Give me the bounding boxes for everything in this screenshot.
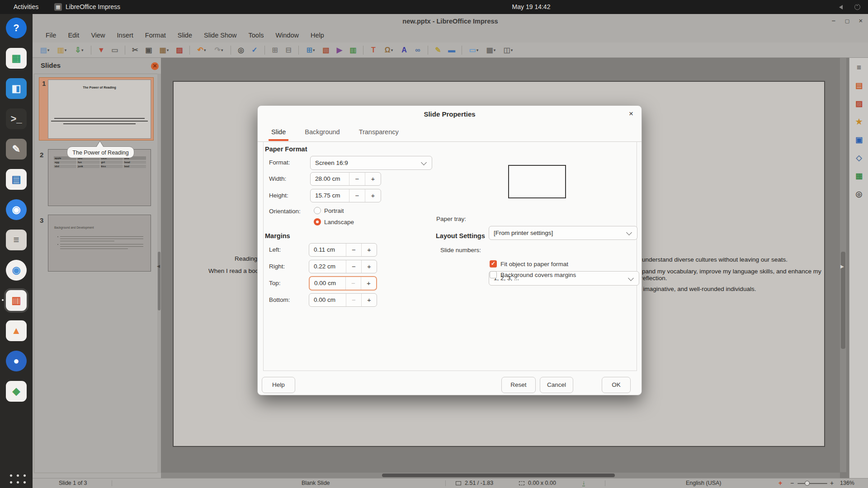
shapes-icon[interactable]: ◇: [853, 152, 865, 164]
save-status-icon[interactable]: ↓: [582, 479, 585, 486]
help-button[interactable]: Help: [262, 377, 295, 393]
separator-icon[interactable]: [264, 46, 265, 55]
zoom-in-button[interactable]: +: [830, 479, 834, 488]
margin-left-spinner[interactable]: 0.11 cm − +: [309, 243, 377, 257]
width-spinner[interactable]: 28.00 cm − +: [310, 172, 381, 186]
separator-icon[interactable]: [231, 46, 231, 55]
slide-transition-icon[interactable]: ▨: [853, 98, 865, 109]
close-button[interactable]: ×: [854, 14, 867, 28]
print-icon[interactable]: ▭: [109, 44, 121, 56]
separator-icon[interactable]: [428, 46, 428, 55]
separator-icon[interactable]: [462, 46, 462, 55]
fit-slide-icon[interactable]: +: [778, 479, 782, 488]
snap-to-grid-icon[interactable]: ⊟: [283, 44, 294, 56]
width-decrement-button[interactable]: −: [349, 173, 365, 185]
insert-fontwork-icon[interactable]: A: [398, 44, 410, 56]
layout-name[interactable]: Blank Slide: [302, 479, 330, 488]
insert-table-icon[interactable]: ⊞: [303, 44, 318, 56]
height-increment-button[interactable]: +: [365, 189, 381, 202]
height-spinner[interactable]: 15.75 cm − +: [310, 189, 381, 202]
vlc-icon[interactable]: ▲: [6, 320, 27, 341]
zoom-level[interactable]: 136%: [840, 479, 854, 488]
open-file-icon[interactable]: ▥: [54, 44, 70, 56]
dialog-close-icon[interactable]: ×: [626, 109, 636, 119]
zoom-out-button[interactable]: −: [790, 479, 794, 488]
gallery-icon[interactable]: ▦: [853, 170, 865, 182]
spelling-icon[interactable]: ✓: [249, 44, 260, 56]
close-panel-icon[interactable]: ✕: [151, 62, 159, 70]
properties-icon[interactable]: ▤: [853, 80, 865, 91]
margin-right-decrement-button[interactable]: −: [346, 260, 361, 273]
insert-audio-video-icon[interactable]: ▶: [334, 44, 345, 56]
separator-icon[interactable]: [125, 46, 125, 55]
panel-scrollbar-thumb[interactable]: [158, 252, 160, 310]
display-views-icon[interactable]: ◫: [500, 44, 516, 56]
undo-icon[interactable]: ↶: [194, 44, 209, 56]
landscape-radio[interactable]: [314, 218, 321, 225]
fit-object-checkbox[interactable]: [490, 260, 497, 267]
help-icon[interactable]: ?: [6, 18, 27, 38]
new-presentation-icon[interactable]: ▤: [37, 44, 52, 56]
height-value[interactable]: 15.75 cm: [311, 189, 349, 202]
margin-top-value[interactable]: 0.00 cm: [310, 277, 345, 290]
width-value[interactable]: 28.00 cm: [311, 173, 349, 185]
zoom-slider-knob[interactable]: [805, 481, 810, 486]
navigator-icon[interactable]: ◎: [853, 188, 865, 200]
paste-icon[interactable]: ▦: [156, 44, 172, 56]
animation-icon[interactable]: ★: [853, 116, 865, 127]
margin-bottom-value[interactable]: 0.00 cm: [309, 294, 346, 306]
margin-bottom-increment-button[interactable]: +: [361, 294, 377, 306]
menu-item[interactable]: Slide: [172, 28, 198, 42]
insert-image-icon[interactable]: ▧: [320, 44, 332, 56]
redo-icon[interactable]: ↷: [211, 44, 226, 56]
height-decrement-button[interactable]: −: [349, 189, 365, 202]
cut-icon[interactable]: ✂: [129, 44, 141, 56]
ok-button[interactable]: OK: [602, 377, 631, 393]
margin-top-spinner-focused[interactable]: 0.00 cm − +: [309, 276, 377, 291]
tab-slide[interactable]: Slide: [269, 127, 288, 141]
horizontal-scrollbar-thumb[interactable]: [382, 474, 615, 477]
chrome-icon[interactable]: ◉: [6, 260, 27, 281]
clock[interactable]: May 19 14:42: [500, 0, 563, 14]
master-slides-icon[interactable]: ▣: [853, 134, 865, 145]
margin-top-increment-button[interactable]: +: [361, 277, 376, 290]
margin-top-decrement-button[interactable]: −: [345, 277, 361, 290]
clone-formatting-icon[interactable]: ▨: [174, 44, 185, 56]
maximize-button[interactable]: ▢: [841, 14, 854, 28]
gimp-icon[interactable]: ✎: [6, 139, 27, 160]
basic-shapes-icon[interactable]: ▭: [466, 44, 481, 56]
expand-sidebar-arrow-icon[interactable]: ▶: [840, 264, 844, 269]
margin-right-increment-button[interactable]: +: [361, 260, 377, 273]
app-grid-icon[interactable]: [6, 470, 27, 488]
zoom-slider[interactable]: [797, 483, 827, 484]
margin-left-increment-button[interactable]: +: [361, 244, 377, 256]
menu-item[interactable]: Format: [139, 28, 172, 42]
insert-special-character-icon[interactable]: Ω: [381, 44, 396, 56]
background-covers-margins-checkbox[interactable]: [490, 271, 497, 278]
sidebar-menu-icon[interactable]: ≡: [853, 61, 865, 73]
menu-item[interactable]: View: [85, 28, 111, 42]
slide-1-thumb[interactable]: The Power of Reading: [48, 80, 151, 139]
software-center-icon[interactable]: ◆: [6, 381, 27, 402]
line-color-icon[interactable]: ▬: [446, 44, 458, 56]
menu-item[interactable]: Help: [305, 28, 330, 42]
power-icon[interactable]: [854, 4, 860, 10]
format-dropdown[interactable]: Screen 16:9: [310, 156, 432, 170]
insert-chart-icon[interactable]: ▥: [347, 44, 359, 56]
arrange-icon[interactable]: ▩: [483, 44, 499, 56]
libreoffice-writer-icon[interactable]: ▤: [6, 169, 27, 190]
slide-3-thumb[interactable]: Background and Development: [48, 215, 151, 272]
libreoffice-impress-icon[interactable]: ▥: [6, 290, 27, 311]
reset-button[interactable]: Reset: [501, 377, 536, 393]
cancel-button[interactable]: Cancel: [540, 377, 573, 393]
menu-item[interactable]: Edit: [62, 28, 85, 42]
margin-left-decrement-button[interactable]: −: [346, 244, 361, 256]
find-and-replace-icon[interactable]: ◎: [235, 44, 247, 56]
separator-icon[interactable]: [189, 46, 190, 55]
show-draw-functions-icon[interactable]: ✎: [432, 44, 444, 56]
browser-icon[interactable]: ◉: [6, 199, 27, 220]
libreoffice-calc-icon[interactable]: ▦: [6, 48, 27, 69]
save-icon[interactable]: ⇩: [71, 44, 87, 56]
margin-right-spinner[interactable]: 0.22 cm − +: [309, 260, 377, 273]
menu-item[interactable]: Tools: [243, 28, 270, 42]
